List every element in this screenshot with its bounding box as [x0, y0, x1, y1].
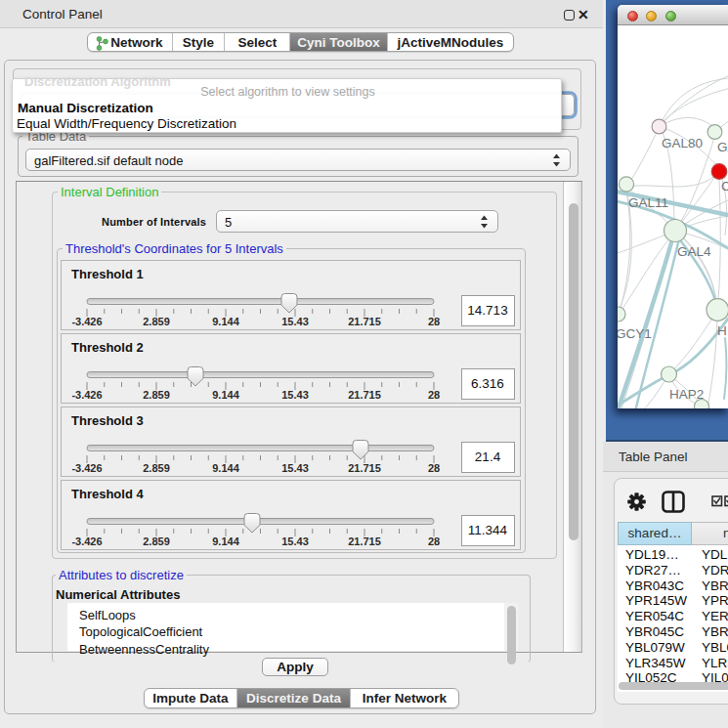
- svg-text:H: H: [717, 323, 727, 338]
- svg-text:-3.426: -3.426: [71, 462, 102, 474]
- svg-text:21.715: 21.715: [348, 535, 381, 547]
- svg-text:2.859: 2.859: [143, 535, 170, 547]
- svg-text:-3.426: -3.426: [71, 316, 102, 327]
- svg-text:21.715: 21.715: [348, 316, 381, 327]
- svg-text:GCY1: GCY1: [618, 326, 652, 341]
- svg-text:HAP2: HAP2: [669, 387, 704, 402]
- svg-text:15.43: 15.43: [281, 535, 309, 547]
- svg-text:C: C: [721, 179, 728, 193]
- svg-text:15.43: 15.43: [281, 316, 309, 327]
- svg-text:-3.426: -3.426: [71, 535, 102, 547]
- svg-text:-3.426: -3.426: [71, 389, 102, 401]
- svg-text:9.144: 9.144: [212, 462, 239, 474]
- svg-text:28: 28: [428, 535, 440, 547]
- svg-text:GA: GA: [717, 140, 728, 154]
- svg-text:GAL80: GAL80: [662, 136, 703, 150]
- svg-text:GAL4: GAL4: [677, 244, 711, 259]
- svg-text:2.859: 2.859: [143, 389, 170, 401]
- svg-text:28: 28: [428, 462, 440, 474]
- svg-text:GAL11: GAL11: [628, 195, 668, 210]
- svg-text:21.715: 21.715: [348, 462, 381, 474]
- svg-text:28: 28: [428, 316, 440, 327]
- svg-text:21.715: 21.715: [348, 389, 381, 401]
- svg-text:2.859: 2.859: [143, 462, 170, 474]
- svg-text:28: 28: [428, 389, 440, 401]
- svg-text:9.144: 9.144: [212, 389, 239, 401]
- svg-text:15.43: 15.43: [281, 389, 309, 401]
- svg-text:9.144: 9.144: [212, 316, 239, 327]
- svg-text:15.43: 15.43: [281, 462, 309, 474]
- svg-text:9.144: 9.144: [212, 535, 239, 547]
- svg-text:2.859: 2.859: [143, 316, 170, 327]
